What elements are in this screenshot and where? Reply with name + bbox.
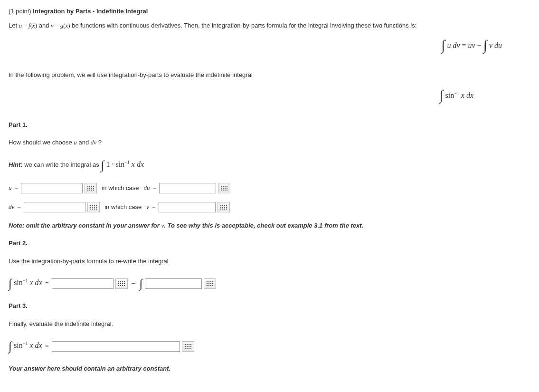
math-v-eq-gx: v = g(x) [51, 22, 70, 29]
svg-rect-5 [89, 188, 90, 189]
svg-rect-62 [210, 281, 211, 282]
part3-question: Finally, evaluate the indefinite integra… [9, 319, 530, 329]
svg-rect-35 [96, 209, 97, 210]
svg-rect-29 [92, 207, 93, 208]
intro-paragraph: Let u = f(x) and v = g(x) be functions w… [9, 21, 530, 30]
note-a: Note: omit the arbitrary constant in you… [9, 222, 161, 229]
math-u: u [74, 139, 77, 146]
svg-rect-81 [187, 348, 188, 349]
svg-rect-63 [212, 281, 213, 282]
svg-rect-14 [225, 186, 226, 187]
svg-rect-60 [207, 281, 208, 282]
svg-rect-83 [190, 348, 191, 349]
svg-rect-12 [221, 186, 222, 187]
math-u-eq-fx: u = f(x) [19, 22, 37, 29]
svg-rect-54 [122, 283, 123, 284]
svg-rect-16 [221, 188, 222, 189]
part3-title: Part 3. [9, 301, 530, 311]
part3-note: Your answer here should contain an arbit… [9, 364, 530, 373]
svg-rect-79 [190, 346, 191, 347]
dv-input[interactable] [24, 202, 85, 212]
final-answer-input[interactable] [52, 341, 180, 352]
part1-q-end: ? [98, 139, 102, 146]
part1-note: Note: omit the arbitrary constant in you… [9, 221, 530, 230]
svg-rect-21 [223, 190, 224, 191]
svg-rect-11 [93, 190, 94, 191]
svg-rect-31 [96, 207, 97, 208]
svg-rect-30 [94, 207, 95, 208]
svg-rect-82 [189, 348, 189, 349]
keypad-icon[interactable] [218, 183, 230, 193]
part2-row: ∫ sin−1 x dx = − ∫ [9, 274, 530, 293]
svg-rect-44 [220, 209, 221, 210]
svg-rect-66 [210, 283, 211, 284]
u-input[interactable] [21, 183, 83, 193]
keypad-icon[interactable] [182, 341, 194, 352]
points-label: (1 point) [9, 8, 31, 15]
math-minus: − [477, 41, 483, 49]
svg-rect-56 [118, 285, 119, 286]
svg-rect-67 [212, 283, 213, 284]
keypad-icon[interactable] [85, 183, 97, 193]
du-input[interactable] [159, 183, 216, 193]
part1-q-text: How should we choose [9, 139, 74, 146]
integrand-input[interactable] [145, 278, 202, 289]
svg-rect-39 [226, 205, 227, 206]
svg-rect-61 [208, 281, 209, 282]
svg-rect-17 [223, 188, 224, 189]
math-dx: dx [33, 341, 42, 349]
svg-rect-50 [122, 281, 123, 282]
svg-rect-13 [223, 186, 224, 187]
part1-question: How should we choose u and dv ? [9, 138, 530, 147]
svg-rect-8 [87, 190, 88, 191]
math-x: x [28, 341, 33, 349]
svg-rect-55 [124, 283, 125, 284]
math-sin: sin [445, 91, 454, 99]
math-x: x [461, 91, 464, 99]
svg-rect-7 [93, 188, 94, 189]
svg-rect-27 [96, 205, 97, 206]
svg-rect-38 [224, 205, 225, 206]
v-input[interactable] [159, 202, 216, 212]
svg-rect-9 [89, 190, 90, 191]
intro-p2: In the following problem, we will use in… [9, 70, 530, 80]
svg-rect-18 [225, 188, 226, 189]
math-sin: sin [116, 160, 125, 168]
keypad-icon[interactable] [217, 202, 230, 212]
svg-rect-47 [226, 209, 227, 210]
ibp-formula: ∫ u dv = uv − ∫ v du [9, 36, 530, 57]
v-label: v [146, 202, 149, 212]
svg-rect-65 [208, 283, 209, 284]
svg-rect-64 [207, 283, 208, 284]
problem-header: (1 point) Integration by Parts - Indefin… [9, 7, 530, 16]
keypad-icon[interactable] [204, 278, 216, 289]
uv-input[interactable] [52, 278, 113, 289]
svg-rect-19 [227, 188, 227, 189]
svg-rect-33 [92, 209, 93, 210]
keypad-icon[interactable] [115, 278, 128, 289]
part1-q-and: and [78, 139, 90, 146]
intro-text: and [39, 22, 51, 29]
math-udv: u dv [447, 41, 460, 49]
problem-title: Integration by Parts - Indefinite Integr… [33, 8, 148, 15]
part2-title: Part 2. [9, 239, 530, 248]
part3-row: ∫ sin−1 x dx = [9, 337, 530, 355]
math-neg1: −1 [124, 159, 130, 164]
math-x: x [28, 278, 33, 287]
part2-question: Use the integration-by-parts formula to … [9, 257, 530, 266]
svg-rect-37 [222, 205, 223, 206]
svg-rect-73 [187, 344, 188, 345]
intro-text: Let [9, 22, 19, 29]
svg-rect-41 [222, 207, 223, 208]
math-sin: sin [14, 278, 23, 287]
svg-rect-53 [120, 283, 121, 284]
target-integral: ∫ sin−1 x dx [9, 86, 530, 107]
math-dv: dv [91, 139, 96, 146]
svg-rect-36 [220, 205, 221, 206]
math-dx: dx [33, 278, 42, 287]
svg-rect-71 [212, 285, 213, 286]
svg-rect-20 [221, 190, 222, 191]
keypad-icon[interactable] [87, 202, 100, 212]
du-label: du [143, 183, 150, 193]
svg-rect-1 [89, 186, 90, 187]
